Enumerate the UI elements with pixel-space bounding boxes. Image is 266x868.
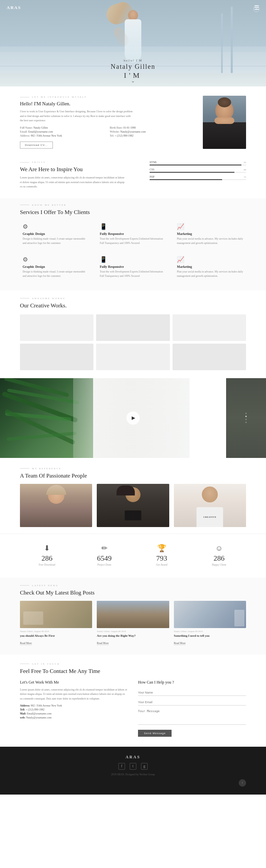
contact-left-desc: Lorem ipsum dolor sit amet, consectetur … <box>20 687 128 701</box>
contact-tel: Tell: + (212) 890-1982 <box>20 708 128 711</box>
stat-client-number: 286 <box>196 554 243 563</box>
works-section: AWESOME WORKS Our Creative Works. <box>0 290 266 378</box>
blog-title: Check Out My Latest Blog Posts <box>20 590 246 596</box>
blog-post-title-1: Are you doing the Right Way? <box>97 634 169 638</box>
navigation: ARAS ☰ <box>0 0 266 15</box>
contact-message-input[interactable] <box>138 708 246 725</box>
service-card-1: 📱 Fully Responsive Trust the web Develop… <box>97 220 169 248</box>
stat-client: ☺ 286 Happy Client <box>192 541 246 569</box>
nav-logo: ARAS <box>7 5 21 10</box>
skills-tag: SKILLS <box>20 161 126 163</box>
services-tag: KNOW ME BETTER <box>20 204 246 206</box>
stat-project-number: 6549 <box>81 554 128 563</box>
service-name-4: Fully Responsive <box>100 265 166 269</box>
blog-tag: LATEST NEWS <box>20 584 246 587</box>
nav-menu-icon[interactable]: ☰ <box>254 4 259 11</box>
blog-meta-2: Nataly Gillen | August 08 2019 <box>174 630 246 633</box>
service-name-0: Graphic Design <box>23 232 89 236</box>
service-icon-2: 📈 <box>177 223 243 230</box>
team-member-3: CREATIVE <box>174 484 246 527</box>
stat-award: 🏆 793 Get Award <box>135 541 189 569</box>
service-card-2: 📈 Marketing Plan your social media in ad… <box>174 220 246 248</box>
service-desc-0: Design is thinking made visual. I create… <box>23 237 89 246</box>
about-website-label: Website: Nataly@yourname.com <box>110 130 196 133</box>
download-cv-button[interactable]: Download CV... <box>20 142 53 149</box>
service-name-3: Graphic Design <box>23 265 89 269</box>
blog-post-1: Nataly Gillen | August 08 2019 Are you d… <box>97 601 169 645</box>
about-birthdate-label: Birth Date: 01-01-1990 <box>110 126 196 129</box>
read-more-2[interactable]: Read More <box>174 642 186 645</box>
service-icon-0: ⚙ <box>23 223 89 230</box>
about-photo <box>203 96 246 149</box>
services-title: Services I Offer To My Clients <box>20 209 246 216</box>
contact-right-title: How Can I Help you ? <box>138 680 246 685</box>
service-icon-5: 📈 <box>177 256 243 263</box>
download-icon: ⬇ <box>23 544 71 553</box>
services-section: KNOW ME BETTER Services I Offer To My Cl… <box>0 198 266 290</box>
read-more-0[interactable]: Read More <box>20 642 32 645</box>
blog-post-title-0: you should Always Be First <box>20 634 92 638</box>
footer: ARAS f t g 2019 ARAS. Designed by Nerlin… <box>0 747 266 795</box>
about-tag: LET ME INTRODUCE MYSELF <box>20 96 196 98</box>
creative-badge: CREATIVE <box>204 516 216 518</box>
service-card-5: 📈 Marketing Plan your social media in ad… <box>174 253 246 281</box>
footer-logo: ARAS <box>20 755 246 760</box>
blog-meta-1: Nataly Gillen | August 08 2019 <box>97 630 169 633</box>
service-desc-5: Plan your social media in advance. My se… <box>177 270 243 278</box>
stat-award-label: Get Award <box>138 563 185 566</box>
gallery-dot-2[interactable] <box>245 416 247 417</box>
hero-name: Nataly Gillen <box>111 63 155 70</box>
service-icon-3: ⚙ <box>23 256 89 263</box>
stats-section: ⬇ 286 Free Download ✏ 6549 Project Done … <box>0 534 266 578</box>
about-greeting: Hello! I'M Nataly Gillen. <box>20 101 196 107</box>
service-desc-2: Plan your social media in advance. My se… <box>177 237 243 246</box>
service-desc-4: Trust the web Development Experts.Unlimi… <box>100 270 166 278</box>
skills-bar-php: PHP 75 <box>150 176 246 180</box>
send-message-button[interactable]: Send Message <box>138 730 172 737</box>
service-icon-4: 📱 <box>100 256 166 263</box>
skills-section: HTML 95 CSS 88 PHP 75 SKILLS We Are Here… <box>0 156 266 198</box>
team-member-1 <box>20 484 92 527</box>
hero-im: I'M <box>111 71 155 80</box>
footer-copyright: 2019 ARAS. Designed by Nerline Group <box>20 773 246 776</box>
stat-download: ⬇ 286 Free Download <box>20 541 74 569</box>
back-to-top-button[interactable]: ↑ <box>239 779 246 786</box>
about-email-label: Email: Email@yourname.com <box>20 130 107 133</box>
gallery-dot-1[interactable] <box>245 413 247 414</box>
team-section: MY REFERENCE A Team Of Passionate People… <box>0 458 266 534</box>
team-member-2 <box>97 484 169 527</box>
contact-title: Feel Free To Contact Me Any Time <box>20 668 246 675</box>
social-google-icon[interactable]: g <box>141 763 148 770</box>
gallery-play-button[interactable]: ▶ <box>126 411 140 425</box>
service-card-4: 📱 Fully Responsive Trust the web Develop… <box>97 253 169 281</box>
service-name-1: Fully Responsive <box>100 232 166 236</box>
contact-name-input[interactable] <box>138 689 246 696</box>
contact-right: How Can I Help you ? Send Message <box>138 680 246 737</box>
gallery-dot-3[interactable] <box>245 419 247 420</box>
about-section: LET ME INTRODUCE MYSELF Hello! I'M Natal… <box>0 86 266 156</box>
service-desc-1: Trust the web Development Experts.Unlimi… <box>100 237 166 246</box>
hero-hello: hello! I'M <box>111 59 155 62</box>
gallery-dot-4[interactable] <box>245 422 247 423</box>
about-address-label: Address: 902 / Fifth Avenue New York <box>20 134 107 137</box>
skills-bar-html: HTML 95 <box>150 161 246 165</box>
contact-left: Let's Get Work With Me Lorem ipsum dolor… <box>20 680 128 737</box>
service-name-5: Marketing <box>177 265 243 269</box>
blog-post-0: Nataly Gillen | August 08 2019 you shoul… <box>20 601 92 645</box>
social-twitter-icon[interactable]: t <box>130 763 136 770</box>
about-fullname-label: Full Name: Nataly Gillen <box>20 126 107 129</box>
service-desc-3: Design is thinking made visual. I create… <box>23 270 89 278</box>
contact-left-title: Let's Get Work With Me <box>20 680 128 685</box>
read-more-1[interactable]: Read More <box>97 642 109 645</box>
about-tel-label: Tel: + (212) 890-1982 <box>110 134 196 137</box>
team-tag: MY REFERENCE <box>20 467 246 470</box>
skills-title: We Are Here to Inspire You <box>20 166 126 173</box>
service-name-2: Marketing <box>177 232 243 236</box>
footer-social: f t g <box>20 763 246 770</box>
service-card-0: ⚙ Graphic Design Design is thinking made… <box>20 220 92 248</box>
social-facebook-icon[interactable]: f <box>118 763 125 770</box>
stat-project: ✏ 6549 Project Done <box>78 541 132 569</box>
stat-download-label: Free Download <box>23 563 71 566</box>
contact-email-input[interactable] <box>138 699 246 706</box>
stat-client-label: Happy Client <box>196 563 243 566</box>
